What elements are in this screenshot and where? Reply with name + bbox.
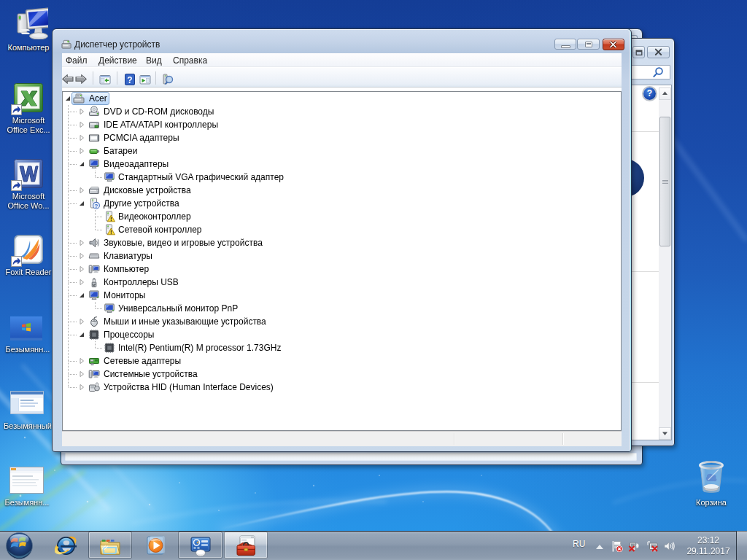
svg-text:?: ?	[127, 75, 132, 85]
svg-text:?: ?	[95, 203, 98, 209]
